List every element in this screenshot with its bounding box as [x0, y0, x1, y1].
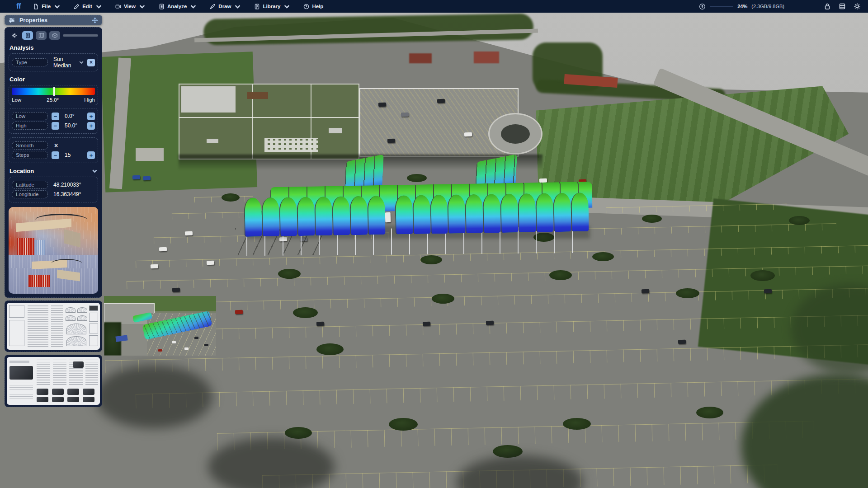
canopy-module [412, 195, 430, 235]
report-sheet-card[interactable] [5, 355, 102, 407]
steps-label: Steps [12, 151, 48, 159]
low-decrease-button[interactable]: − [52, 113, 59, 120]
parking-row [105, 344, 868, 373]
panel-drag-handle[interactable] [63, 34, 98, 37]
canopy-module [244, 197, 262, 237]
tree [592, 252, 614, 261]
menu-analyze-label: Analyze [167, 4, 187, 9]
steps-decrease-button[interactable]: − [52, 151, 59, 159]
skylight-array [264, 138, 318, 152]
menu-library[interactable]: Library [254, 4, 290, 9]
red-roof-building [474, 52, 499, 63]
lock-icon[interactable] [824, 3, 831, 10]
sun-analysis-canopy-front-row[interactable] [244, 192, 589, 237]
latitude-label: Latitude [12, 181, 48, 189]
low-value[interactable]: 0.0° [65, 113, 87, 119]
menu-help-label: Help [312, 4, 323, 9]
car [678, 340, 686, 344]
latitude-value[interactable]: 48.210033° [53, 182, 95, 188]
sun-path-diagram [77, 315, 87, 321]
steps-increase-button[interactable]: + [87, 151, 95, 159]
sun-path-diagram [66, 336, 86, 346]
sync-icon[interactable] [699, 3, 706, 10]
draw-icon [210, 4, 216, 9]
properties-panel-header[interactable]: Properties [5, 15, 102, 25]
high-decrease-button[interactable]: − [52, 122, 59, 130]
tree [389, 418, 418, 431]
viewport-3d-scene[interactable]: BACK N [0, 13, 868, 488]
map-tab-icon[interactable] [36, 31, 47, 40]
tree [789, 216, 810, 225]
upload-progress-bar [710, 6, 733, 7]
report-tab-icon[interactable] [22, 31, 33, 40]
chevron-down-icon [190, 4, 196, 9]
tree [432, 294, 454, 304]
move-icon[interactable] [92, 17, 98, 23]
analysis-type-row: Type Sun Median × [12, 56, 95, 69]
car [486, 321, 494, 325]
color-gradient-marker[interactable] [53, 87, 55, 96]
canopy-module [483, 194, 501, 233]
help-icon [303, 4, 309, 9]
circular-ramp [488, 113, 542, 155]
location-heading: Location [9, 168, 97, 174]
menu-edit-label: Edit [82, 4, 92, 9]
sun-path-diagram [66, 315, 75, 321]
analyze-icon [159, 4, 165, 9]
menu-file-label: File [42, 4, 51, 9]
low-increase-button[interactable]: + [87, 113, 95, 120]
analysis-clear-button[interactable]: × [87, 59, 95, 66]
smooth-toggle[interactable]: × [54, 142, 95, 149]
sheet-text-column [28, 305, 48, 347]
sun-path-diagram [66, 307, 75, 313]
chevron-down-icon[interactable] [92, 169, 97, 174]
tree [549, 270, 572, 280]
car [423, 322, 430, 326]
tree [316, 343, 344, 355]
high-label: High [12, 122, 48, 130]
sun-tab-icon[interactable] [9, 31, 19, 40]
building-green-roof [179, 84, 359, 160]
longitude-value[interactable]: 16.363449° [53, 191, 95, 197]
canopy-module [332, 196, 350, 235]
model-tab-icon[interactable] [49, 31, 60, 40]
analysis-heading: Analysis [9, 44, 97, 51]
drawing-sheet-card[interactable] [5, 300, 102, 352]
canopy-module [553, 193, 571, 232]
panels-icon[interactable] [839, 3, 846, 10]
high-row: High − 50.0° + [12, 122, 95, 130]
menu-view[interactable]: View [115, 4, 145, 9]
steps-value[interactable]: 15 [65, 152, 87, 158]
menu-file[interactable]: File [33, 4, 60, 9]
canopy-module [367, 196, 385, 235]
canopy-module [297, 197, 315, 236]
report-text [37, 360, 50, 385]
chevron-down-icon [139, 4, 145, 9]
analysis-type-select[interactable]: Sun Median [53, 56, 79, 69]
canopy-module [349, 196, 368, 235]
report-photo [52, 397, 64, 402]
high-value[interactable]: 50.0° [65, 122, 87, 129]
analysis-group: Type Sun Median × [9, 53, 98, 71]
menu-draw[interactable]: Draw [210, 4, 241, 9]
color-gradient-bar[interactable] [12, 88, 95, 95]
panel-title: Properties [19, 17, 92, 23]
color-range-group: Low − 0.0° + High − 50.0° + [9, 108, 98, 134]
tree [420, 255, 442, 264]
menu-view-label: View [124, 4, 136, 9]
menu-help[interactable]: Help [303, 4, 323, 9]
sun-path-diagram [77, 307, 87, 313]
high-increase-button[interactable]: + [87, 122, 95, 130]
parking-row [136, 379, 868, 408]
brightness-icon[interactable] [854, 3, 861, 10]
color-heading: Color [9, 76, 97, 83]
chevron-down-icon [54, 4, 60, 9]
wind-simulation-thumbnail[interactable] [9, 207, 98, 294]
app-logo[interactable]: ff [16, 2, 20, 11]
sun-path-diagram [66, 324, 86, 334]
smooth-label: Smooth [12, 141, 48, 150]
inset-reference-image[interactable] [104, 296, 216, 356]
menu-analyze[interactable]: Analyze [159, 4, 196, 9]
menu-edit[interactable]: Edit [74, 4, 102, 9]
chevron-down-icon[interactable] [79, 60, 84, 65]
